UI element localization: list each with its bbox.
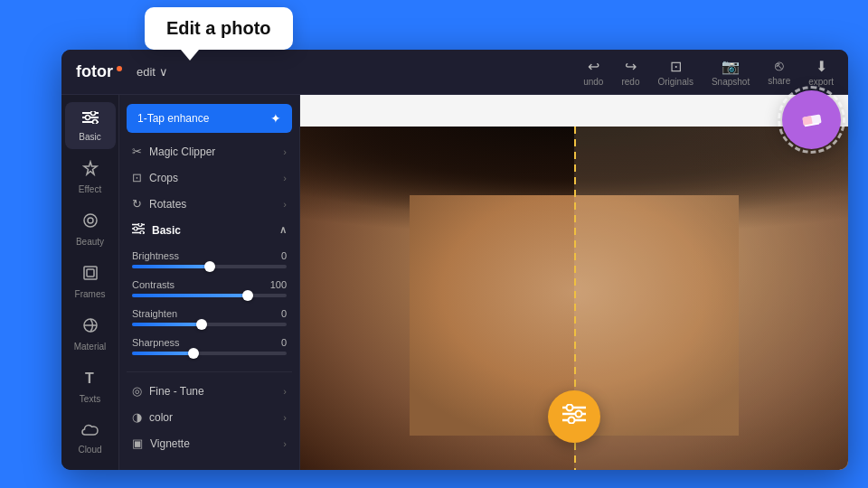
export-icon: ⬇ bbox=[816, 58, 827, 75]
vignette-label: Vignette bbox=[150, 437, 190, 450]
sidebar-item-effect[interactable]: Effect bbox=[65, 153, 116, 202]
basic-section-header[interactable]: Basic ∧ bbox=[127, 217, 292, 243]
rotates-row[interactable]: ↻ Rotates › bbox=[127, 191, 292, 217]
enhance-button[interactable]: 1-Tap enhance ✦ bbox=[127, 104, 292, 133]
export-label: export bbox=[808, 77, 834, 87]
brightness-label-row: Brightness 0 bbox=[132, 250, 287, 261]
eraser-button[interactable] bbox=[782, 90, 841, 149]
color-label: color bbox=[149, 411, 173, 424]
svg-rect-25 bbox=[802, 114, 821, 126]
straighten-fill bbox=[132, 323, 202, 326]
svg-point-18 bbox=[140, 231, 144, 235]
crops-row[interactable]: ⊡ Crops › bbox=[127, 164, 292, 191]
undo-icon: ↩ bbox=[588, 58, 599, 75]
brightness-value: 0 bbox=[281, 250, 287, 261]
color-left: ◑ color bbox=[132, 410, 173, 424]
sharpness-track[interactable] bbox=[132, 352, 287, 355]
rotates-label: Rotates bbox=[149, 198, 186, 211]
color-row[interactable]: ◑ color › bbox=[127, 404, 292, 430]
fine-tune-icon: ◎ bbox=[132, 384, 142, 398]
originals-btn[interactable]: ⊡ Originals bbox=[657, 58, 693, 87]
crops-left: ⊡ Crops bbox=[132, 171, 178, 184]
sharpness-thumb[interactable] bbox=[188, 348, 199, 359]
color-icon: ◑ bbox=[132, 410, 142, 424]
svg-point-7 bbox=[88, 218, 93, 223]
undo-label: undo bbox=[583, 77, 603, 87]
export-btn[interactable]: ⬇ export bbox=[808, 58, 834, 87]
sidebar-item-material[interactable]: Material bbox=[65, 310, 116, 359]
redo-icon: ↪ bbox=[625, 58, 637, 75]
svg-point-22 bbox=[567, 405, 573, 411]
edit-menu[interactable]: edit ∨ bbox=[137, 65, 168, 79]
svg-point-6 bbox=[84, 214, 97, 227]
sidebar-item-effect-label: Effect bbox=[79, 184, 101, 194]
brightness-track[interactable] bbox=[132, 265, 287, 268]
adjust-button[interactable] bbox=[548, 390, 600, 443]
sidebar-item-cloud[interactable]: Cloud bbox=[65, 415, 116, 462]
logo: fotor bbox=[76, 62, 122, 81]
svg-point-23 bbox=[576, 411, 582, 418]
vignette-left: ▣ Vignette bbox=[132, 436, 190, 450]
edit-menu-text: edit ∨ bbox=[137, 65, 168, 79]
undo-btn[interactable]: ↩ undo bbox=[583, 58, 603, 87]
svg-rect-8 bbox=[84, 267, 97, 279]
top-actions: ↩ undo ↪ redo ⊡ Originals 📷 Snapshot ⎋ s… bbox=[583, 58, 834, 87]
snapshot-label: Snapshot bbox=[712, 77, 750, 87]
tooltip-bubble: Edit a photo bbox=[145, 7, 293, 50]
fine-tune-row[interactable]: ◎ Fine - Tune › bbox=[127, 378, 292, 404]
svg-rect-26 bbox=[802, 116, 813, 127]
rotates-icon: ↻ bbox=[132, 197, 142, 211]
rotates-chevron: › bbox=[283, 199, 287, 210]
contrasts-thumb[interactable] bbox=[242, 290, 253, 301]
cloud-icon bbox=[81, 422, 99, 441]
wand-icon: ✦ bbox=[270, 111, 281, 126]
straighten-slider-row: Straighten 0 bbox=[127, 305, 292, 330]
straighten-value: 0 bbox=[281, 308, 287, 319]
sidebar-item-beauty[interactable]: Beauty bbox=[65, 205, 116, 254]
sharpness-value: 0 bbox=[281, 337, 287, 348]
redo-btn[interactable]: ↪ redo bbox=[621, 58, 639, 87]
tooltip-text: Edit a photo bbox=[166, 18, 271, 38]
svg-rect-9 bbox=[87, 269, 94, 277]
brightness-thumb[interactable] bbox=[204, 261, 215, 272]
app-window: fotor edit ∨ ↩ undo ↪ redo ⊡ Originals 📷… bbox=[61, 50, 848, 470]
contrasts-track[interactable] bbox=[132, 294, 287, 297]
canvas-top-bar bbox=[300, 95, 848, 127]
sidebar-item-frames[interactable]: Frames bbox=[65, 258, 116, 306]
share-btn[interactable]: ⎋ share bbox=[768, 58, 790, 86]
snapshot-btn[interactable]: 📷 Snapshot bbox=[712, 58, 750, 87]
photo-canvas bbox=[300, 95, 848, 470]
sidebar-item-cloud-label: Cloud bbox=[78, 445, 101, 455]
logo-text: fotor bbox=[76, 62, 113, 81]
basic-section-left: Basic bbox=[132, 223, 181, 237]
contrasts-value: 100 bbox=[270, 279, 287, 290]
brightness-fill bbox=[132, 265, 210, 268]
magic-clipper-icon: ✂ bbox=[132, 145, 142, 158]
magic-clipper-row[interactable]: ✂ Magic Clipper › bbox=[127, 138, 292, 164]
sharpness-label-row: Sharpness 0 bbox=[132, 337, 287, 348]
material-icon bbox=[82, 317, 99, 338]
sharpness-fill bbox=[132, 352, 193, 355]
share-label: share bbox=[768, 76, 790, 86]
sidebar-item-texts[interactable]: T Texts bbox=[65, 362, 116, 411]
contrasts-label-row: Contrasts 100 bbox=[132, 279, 287, 290]
contrasts-label: Contrasts bbox=[132, 279, 175, 290]
vignette-row[interactable]: ▣ Vignette › bbox=[127, 430, 292, 456]
sidebar-item-basic[interactable]: Basic bbox=[65, 102, 116, 149]
frames-icon bbox=[82, 265, 99, 286]
straighten-thumb[interactable] bbox=[196, 319, 207, 330]
originals-icon: ⊡ bbox=[670, 58, 682, 75]
crops-icon: ⊡ bbox=[132, 171, 142, 184]
vignette-chevron: › bbox=[283, 438, 287, 449]
svg-point-16 bbox=[138, 223, 142, 227]
fine-tune-chevron: › bbox=[283, 386, 287, 397]
basic-icon bbox=[82, 109, 99, 128]
straighten-track[interactable] bbox=[132, 323, 287, 326]
magic-clipper-chevron: › bbox=[283, 146, 287, 157]
sidebar-item-texts-label: Texts bbox=[80, 394, 100, 404]
effect-icon bbox=[82, 160, 99, 181]
basic-chevron-up: ∧ bbox=[279, 224, 287, 236]
color-chevron: › bbox=[283, 412, 287, 423]
enhance-label: 1-Tap enhance bbox=[137, 112, 209, 125]
straighten-label-row: Straighten 0 bbox=[132, 308, 287, 319]
